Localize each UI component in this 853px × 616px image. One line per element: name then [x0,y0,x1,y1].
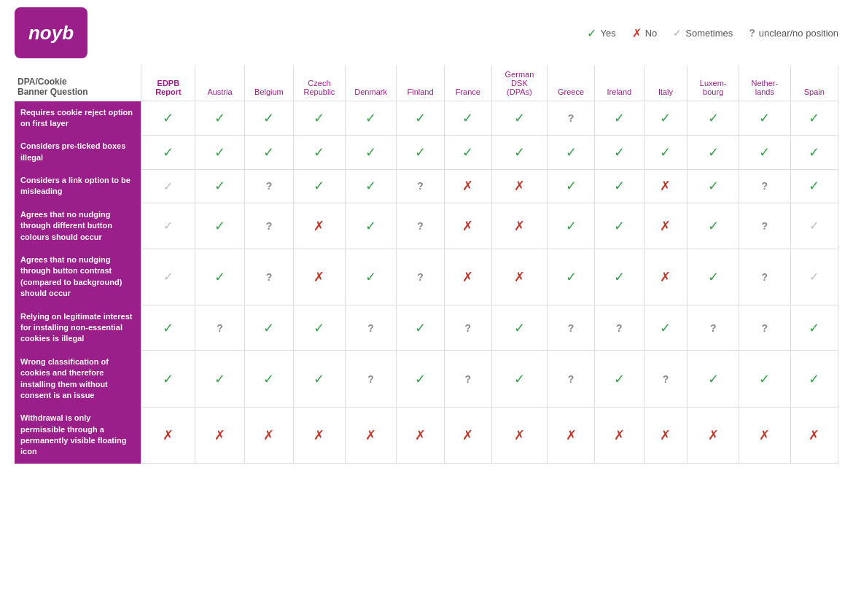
cell-r5-c11: ? [688,305,739,351]
cell-r4-c1: ✓ [195,249,244,305]
cell-r2-c5: ? [397,169,444,203]
cell-r0-c10: ✓ [644,101,688,136]
sometimes-label: Sometimes [685,28,733,39]
header: noyb ✓ Yes ✗ No ✓ Sometimes ? unclear/no… [0,0,853,66]
cell-r5-c13: ✓ [790,305,838,351]
col-austria: Austria [195,66,244,101]
col-german-dsk: GermanDSK(DPAs) [491,66,547,101]
cell-r6-c6: ? [444,351,491,408]
cell-r1-c7: ✓ [491,135,547,169]
cell-r6-c11: ✓ [688,351,739,408]
cell-r4-c0: ✓ [141,249,195,305]
cell-r1-c4: ✓ [345,135,397,169]
cell-r1-c1: ✓ [195,135,244,169]
col-czech: CzechRepublic [294,66,346,101]
cell-r6-c12: ✓ [739,351,791,408]
cell-r7-c3: ✗ [294,407,346,464]
cell-r0-c0: ✓ [141,101,195,136]
cell-r2-c1: ✓ [195,169,244,203]
cell-r3-c11: ✓ [688,203,739,249]
cell-r3-c12: ? [739,203,791,249]
header-row: DPA/CookieBanner Question EDPBReport Aus… [15,66,838,101]
cell-r2-c0: ✓ [141,169,195,203]
legend-sometimes: ✓ Sometimes [673,27,733,39]
table-row: Requires cookie reject option on first l… [15,101,838,136]
cell-r5-c12: ? [739,305,791,351]
cell-r3-c5: ? [397,203,444,249]
cell-r0-c13: ✓ [790,101,838,136]
row-label-1: Considers pre-ticked boxes illegal [15,135,141,169]
col-greece: Greece [547,66,594,101]
cell-r7-c2: ✗ [244,407,293,464]
cell-r6-c13: ✓ [790,351,838,408]
cell-r4-c6: ✗ [444,249,491,305]
cell-r6-c1: ✓ [195,351,244,408]
cell-r1-c10: ✓ [644,135,688,169]
cell-r7-c12: ✗ [739,407,791,464]
cell-r7-c0: ✗ [141,407,195,464]
cell-r5-c9: ? [595,305,644,351]
cell-r2-c11: ✓ [688,169,739,203]
cell-r4-c9: ✓ [595,249,644,305]
cell-r0-c9: ✓ [595,101,644,136]
cell-r7-c1: ✗ [195,407,244,464]
cell-r6-c2: ✓ [244,351,293,408]
cell-r0-c6: ✓ [444,101,491,136]
main-table: DPA/CookieBanner Question EDPBReport Aus… [15,66,838,464]
col-edpb: EDPBReport [141,66,195,101]
col-italy: Italy [644,66,688,101]
row-label-5: Relying on legitimate interest for insta… [15,305,141,351]
cell-r1-c0: ✓ [141,135,195,169]
cell-r7-c8: ✗ [547,407,594,464]
cell-r3-c2: ? [244,203,293,249]
cell-r7-c6: ✗ [444,407,491,464]
cell-r5-c6: ? [444,305,491,351]
cell-r4-c13: ✓ [790,249,838,305]
table-row: Agrees that no nudging through button co… [15,249,838,305]
cell-r1-c2: ✓ [244,135,293,169]
cell-r5-c1: ? [195,305,244,351]
cell-r6-c9: ✓ [595,351,644,408]
cell-r0-c12: ✓ [739,101,791,136]
cell-r1-c9: ✓ [595,135,644,169]
cell-r4-c3: ✗ [294,249,346,305]
yes-icon: ✓ [587,26,596,40]
unclear-icon: ? [749,27,755,39]
cell-r0-c11: ✓ [688,101,739,136]
cell-r2-c7: ✗ [491,169,547,203]
cell-r3-c3: ✗ [294,203,346,249]
col-finland: Finland [397,66,444,101]
cell-r1-c12: ✓ [739,135,791,169]
cell-r7-c9: ✗ [595,407,644,464]
cell-r2-c13: ✓ [790,169,838,203]
cell-r0-c8: ? [547,101,594,136]
cell-r6-c3: ✓ [294,351,346,408]
table-row: Agrees that no nudging through different… [15,203,838,249]
col-belgium: Belgium [244,66,293,101]
cell-r2-c3: ✓ [294,169,346,203]
cell-r1-c3: ✓ [294,135,346,169]
legend-no: ✗ No [632,26,658,40]
cell-r4-c10: ✗ [644,249,688,305]
col-luxembourg: Luxem-bourg [688,66,739,101]
cell-r3-c1: ✓ [195,203,244,249]
table-row: Withdrawal is only permissible through a… [15,407,838,464]
col-label-header: DPA/CookieBanner Question [15,66,141,101]
table-body: Requires cookie reject option on first l… [15,101,838,464]
sometimes-icon: ✓ [673,27,682,39]
row-label-7: Withdrawal is only permissible through a… [15,407,141,464]
cell-r5-c2: ✓ [244,305,293,351]
cell-r5-c10: ✓ [644,305,688,351]
legend-yes: ✓ Yes [587,26,615,40]
row-label-2: Considers a link option to be misleading [15,169,141,203]
cell-r5-c7: ✓ [491,305,547,351]
cell-r7-c10: ✗ [644,407,688,464]
no-icon: ✗ [632,26,642,40]
no-label: No [645,28,658,39]
legend: ✓ Yes ✗ No ✓ Sometimes ? unclear/no posi… [587,26,838,40]
row-label-3: Agrees that no nudging through different… [15,203,141,249]
cell-r5-c8: ? [547,305,594,351]
cell-r7-c5: ✗ [397,407,444,464]
cell-r1-c13: ✓ [790,135,838,169]
col-ireland: Ireland [595,66,644,101]
